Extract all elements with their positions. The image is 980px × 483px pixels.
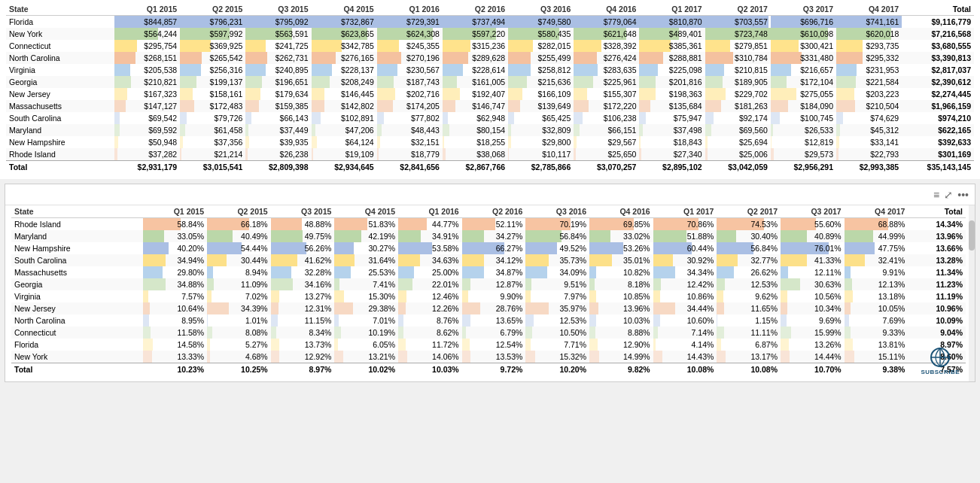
data-cell: 14.99% (589, 351, 653, 363)
table-row: Florida$844,857$796,231$795,092$732,867$… (6, 16, 974, 29)
scrollbar-thumb[interactable] (969, 220, 975, 251)
b-col-q3-2015: Q3 2015 (271, 205, 335, 218)
logo-area: SUBSCRIBE (921, 347, 960, 375)
data-cell: $37,498 (639, 124, 705, 136)
table-row: Rhode Island58.84%66.18%48.88%51.83%44.7… (11, 218, 966, 231)
data-cell: $2,931,179 (114, 161, 180, 174)
data-cell: 7.02% (207, 290, 271, 302)
data-cell: 9.82% (589, 363, 653, 376)
data-cell: 10.03% (589, 314, 653, 327)
b-col-total: Total (908, 205, 966, 218)
data-cell: 30.40% (717, 230, 781, 242)
b-col-q2-2015: Q2 2015 (207, 205, 271, 218)
data-cell: 30.92% (653, 254, 717, 266)
state-cell: Total (6, 161, 114, 174)
data-cell: $202,716 (377, 88, 443, 100)
data-cell: $166,109 (508, 88, 574, 100)
data-cell: 30.44% (207, 254, 271, 266)
data-cell: 40.49% (207, 230, 271, 242)
data-cell: $139,649 (508, 100, 574, 112)
data-cell: $37,282 (114, 148, 180, 161)
data-cell: 34.87% (462, 266, 526, 278)
data-cell: 9.69% (781, 314, 845, 327)
data-cell: 52.11% (462, 218, 526, 231)
data-cell: 58.84% (143, 218, 207, 231)
data-cell: 15.11% (845, 351, 908, 363)
table-row: New Jersey10.64%34.39%12.31%29.38%12.26%… (11, 302, 966, 314)
data-cell: $295,754 (114, 40, 180, 52)
data-cell: $624,308 (377, 28, 443, 40)
data-cell: 10.56% (781, 290, 845, 302)
data-cell: 10.08% (717, 363, 781, 376)
data-cell: 9.51% (525, 278, 589, 290)
state-cell: Connecticut (11, 327, 143, 339)
data-cell: $21,214 (180, 148, 245, 161)
data-cell: $181,263 (705, 100, 771, 112)
data-cell: 11.65% (717, 302, 781, 314)
data-cell: $45,312 (836, 124, 902, 136)
data-cell: $25,650 (574, 148, 639, 161)
data-cell: $221,584 (836, 76, 902, 88)
data-cell: $256,316 (180, 64, 245, 76)
data-cell: $2,867,766 (443, 161, 508, 174)
ellipsis-icon[interactable]: ••• (957, 189, 969, 201)
state-cell: New Jersey (6, 88, 114, 100)
data-cell: 9.33% (845, 327, 908, 339)
table-row: New York13.33%4.68%12.92%13.21%14.06%13.… (11, 351, 966, 363)
data-cell: 56.84% (525, 230, 589, 242)
col-q2-2016: Q2 2016 (443, 3, 508, 16)
data-cell: 10.03% (398, 363, 462, 376)
total-cell: $301,169 (902, 148, 974, 161)
hamburger-icon[interactable]: ≡ (933, 189, 939, 201)
data-cell: 10.86% (653, 290, 717, 302)
data-cell: $37,449 (245, 124, 311, 136)
data-cell: 9.91% (845, 266, 908, 278)
data-cell: $172,104 (771, 76, 836, 88)
scrollbar[interactable] (969, 205, 975, 381)
data-cell: $38,068 (443, 148, 508, 161)
data-cell: $216,657 (771, 64, 836, 76)
data-cell: $225,961 (574, 76, 639, 88)
data-cell: $258,812 (508, 64, 574, 76)
expand-icon[interactable]: ⤢ (944, 189, 953, 201)
data-cell: $3,042,059 (705, 161, 771, 174)
data-cell: $172,483 (180, 100, 245, 112)
data-cell: $2,956,291 (771, 161, 836, 174)
data-cell: $210,504 (836, 100, 902, 112)
bottom-table-header: State Q1 2015 Q2 2015 Q3 2015 Q4 2015 Q1… (11, 205, 966, 218)
total-cell: 11.19% (908, 290, 966, 302)
data-cell: 4.68% (207, 351, 271, 363)
table-row: Florida14.58%5.27%13.73%6.05%11.72%12.54… (11, 339, 966, 351)
data-cell: 29.38% (334, 302, 398, 314)
total-cell: $1,966,159 (902, 100, 974, 112)
col-state: State (6, 3, 114, 16)
data-cell: 12.26% (398, 302, 462, 314)
data-cell: $27,340 (639, 148, 705, 161)
data-cell: 22.01% (398, 278, 462, 290)
data-cell: $32,151 (377, 136, 443, 148)
data-cell: $229,702 (705, 88, 771, 100)
data-cell: $749,580 (508, 16, 574, 29)
data-cell: $205,538 (114, 64, 180, 76)
data-cell: $10,117 (508, 148, 574, 161)
data-cell: 34.91% (398, 230, 462, 242)
table-row: Massachusetts29.80%8.94%32.28%25.53%25.0… (11, 266, 966, 278)
data-cell: $489,401 (639, 28, 705, 40)
data-cell: 41.33% (781, 254, 845, 266)
data-cell: 34.94% (143, 254, 207, 266)
total-cell: $622,165 (902, 124, 974, 136)
data-cell: 10.20% (525, 363, 589, 376)
data-cell: 66.18% (207, 218, 271, 231)
data-cell: $810,870 (639, 16, 705, 29)
data-cell: 25.53% (334, 266, 398, 278)
data-cell: $621,648 (574, 28, 639, 40)
data-cell: $623,865 (312, 28, 377, 40)
data-cell: $230,567 (377, 64, 443, 76)
data-cell: 14.43% (653, 351, 717, 363)
data-cell: $33,141 (836, 136, 902, 148)
data-cell: $228,137 (312, 64, 377, 76)
data-cell: 13.33% (143, 351, 207, 363)
data-cell: $77,802 (377, 112, 443, 124)
data-cell: $315,236 (443, 40, 508, 52)
total-cell: 13.96% (908, 230, 966, 242)
